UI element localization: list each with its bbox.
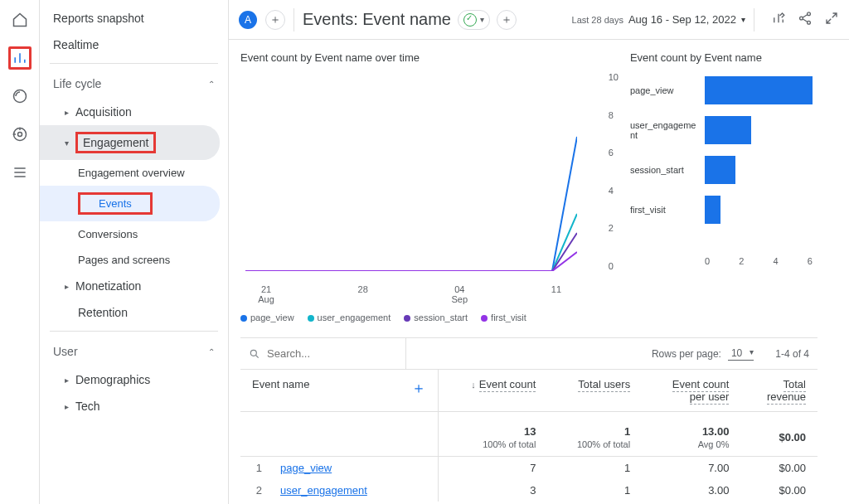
search-icon <box>249 348 260 360</box>
sidebar-item-label: Demographics <box>75 373 150 386</box>
account-badge[interactable]: A <box>239 11 257 29</box>
main: A ＋ Events: Event name ▾ ＋ Last 28 days … <box>229 0 849 504</box>
home-icon[interactable] <box>8 8 32 32</box>
sidebar-sub-engagement-overview[interactable]: Engagement overview <box>40 160 220 186</box>
sidebar-item-label: Tech <box>75 400 100 413</box>
sidebar-item-engagement[interactable]: ▾ Engagement <box>40 125 220 160</box>
events-table-card: Rows per page: 10 1-4 of 4 Event name ＋ … <box>240 337 817 502</box>
rows-per-page-label: Rows per page: <box>652 348 721 360</box>
report-status-chip[interactable]: ▾ <box>458 10 490 30</box>
sidebar-sub-label: Events <box>99 197 132 210</box>
sidebar-sub-events[interactable]: Events <box>40 186 220 221</box>
event-link[interactable]: user_engagement <box>280 484 367 497</box>
chevron-up-icon: ⌃ <box>208 347 215 356</box>
explore-icon[interactable] <box>8 85 32 108</box>
advertising-icon[interactable] <box>8 123 32 146</box>
section-label: User <box>53 345 78 358</box>
date-range-value: Aug 16 - Sep 12, 2022 <box>628 13 736 26</box>
chart-title: Event count by Event name over time <box>240 51 614 64</box>
table-search-input[interactable] <box>267 347 383 360</box>
sidebar-sub-pages-screens[interactable]: Pages and screens <box>40 247 220 273</box>
library-icon[interactable] <box>8 161 32 184</box>
sidebar-item-label: Acquisition <box>75 105 132 119</box>
chevron-up-icon: ⌃ <box>208 80 215 89</box>
page-title: Events: Event name <box>303 10 451 29</box>
check-icon <box>463 13 477 27</box>
sidebar-item-acquisition[interactable]: ▸ Acquisition <box>40 99 220 125</box>
section-label: Life cycle <box>53 77 101 90</box>
sidebar-item-monetization[interactable]: ▸ Monetization <box>40 273 220 299</box>
x-axis-ticks: Aug 2121Aug 28 04Sep 11 <box>245 284 577 304</box>
col-total-users[interactable]: Total users <box>547 370 642 412</box>
event-link[interactable]: page_view <box>280 462 332 474</box>
y-axis-ticks: 1086420 <box>609 72 619 271</box>
sidebar-item-label: Monetization <box>75 279 141 293</box>
sidebar-item-retention[interactable]: Retention <box>40 299 220 326</box>
chevron-right-icon: ▸ <box>65 376 69 385</box>
chevron-right-icon: ▸ <box>65 108 69 117</box>
chevron-right-icon: ▸ <box>65 402 69 411</box>
icon-rail <box>0 0 40 504</box>
table-row: 1 page_view 7 1 7.00 $0.00 <box>240 457 817 480</box>
chevron-right-icon: ▸ <box>65 282 69 291</box>
svg-point-2 <box>17 133 22 137</box>
date-range-picker[interactable]: Last 28 days Aug 16 - Sep 12, 2022 ▾ <box>572 13 745 26</box>
add-comparison-button[interactable]: ＋ <box>265 10 285 30</box>
chart-title: Event count by Event name <box>630 51 849 64</box>
events-table: Event name ＋ ↓Event count Total users Ev… <box>240 370 817 502</box>
sidebar-item-demographics[interactable]: ▸ Demographics <box>40 366 220 393</box>
table-toolbar: Rows per page: 10 1-4 of 4 <box>240 338 817 370</box>
chevron-down-icon: ▾ <box>65 138 69 148</box>
expand-icon[interactable] <box>824 11 839 28</box>
sidebar-item-realtime[interactable]: Realtime <box>40 32 220 58</box>
sidebar-sub-conversions[interactable]: Conversions <box>40 221 220 247</box>
sidebar: Reports snapshot Realtime Life cycle ⌃ ▸… <box>40 0 229 504</box>
bar-x-ticks: 0246 <box>705 256 813 266</box>
bar-chart-card: Event count by Event name page_view user… <box>630 51 849 322</box>
customize-report-icon[interactable] <box>771 11 786 28</box>
table-row: 2 user_engagement 3 1 3.00 $0.00 <box>240 479 817 502</box>
reports-icon[interactable] <box>8 46 32 70</box>
bar-chart: page_view user_engagement session_start … <box>630 72 821 279</box>
sidebar-section-lifecycle[interactable]: Life cycle ⌃ <box>40 69 228 99</box>
sidebar-item-reports-snapshot[interactable]: Reports snapshot <box>40 5 220 32</box>
pagination-range: 1-4 of 4 <box>775 348 809 360</box>
sidebar-item-tech[interactable]: ▸ Tech <box>40 393 220 419</box>
chevron-down-icon: ▾ <box>480 15 484 24</box>
add-segment-button[interactable]: ＋ <box>497 10 517 30</box>
add-dimension-button[interactable]: ＋ <box>411 378 426 398</box>
topbar: A ＋ Events: Event name ▾ ＋ Last 28 days … <box>229 0 849 40</box>
chart-legend: page_view user_engagement session_start … <box>240 313 614 322</box>
date-prefix: Last 28 days <box>572 15 623 25</box>
content: Event count by Event name over time 1086… <box>229 40 849 504</box>
chevron-down-icon: ▾ <box>741 15 745 24</box>
share-icon[interactable] <box>798 11 813 28</box>
sort-desc-icon: ↓ <box>471 380 476 390</box>
col-event-name: Event name ＋ <box>240 370 439 412</box>
line-chart: 1086420 Aug 2121Aug 28 04Sep 11 <box>245 72 602 279</box>
col-total-revenue[interactable]: Totalrevenue <box>740 370 817 412</box>
line-chart-card: Event count by Event name over time 1086… <box>240 51 614 322</box>
sidebar-section-user[interactable]: User ⌃ <box>40 337 228 366</box>
sidebar-item-label: Engagement <box>83 136 148 149</box>
col-event-count[interactable]: ↓Event count <box>439 370 548 412</box>
svg-point-6 <box>250 350 256 356</box>
totals-row: 13100% of total 1100% of total 13.00Avg … <box>240 412 817 457</box>
col-ec-per-user[interactable]: Event countper user <box>642 370 740 412</box>
rows-per-page-select[interactable]: 10 <box>728 347 754 361</box>
